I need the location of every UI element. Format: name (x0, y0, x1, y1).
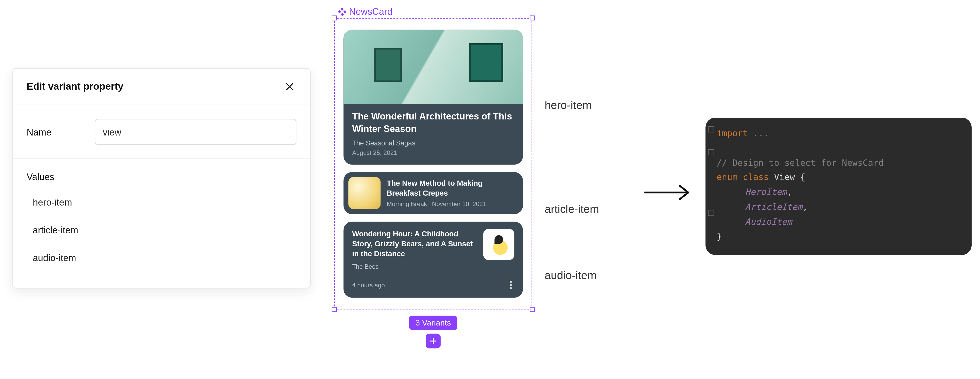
audio-title: Wondering Hour: A Childhood Story, Grizz… (352, 229, 477, 259)
article-title: The New Method to Making Breakfast Crepe… (387, 179, 518, 198)
name-label: Name (27, 127, 70, 137)
annotation-hero: hero-item (544, 99, 592, 112)
gutter (708, 126, 715, 247)
more-icon[interactable] (508, 278, 514, 291)
code-import-kw: import (717, 128, 748, 138)
values-label: Values (27, 171, 296, 182)
audio-thumbnail (484, 229, 514, 260)
annotation-audio: audio-item (544, 269, 597, 282)
article-date: November 10, 2021 (432, 201, 486, 208)
audio-timestamp: 4 hours ago (352, 282, 385, 288)
code-member: HeroItem (745, 187, 787, 197)
newscard-article-variant[interactable]: The New Method to Making Breakfast Crepe… (344, 172, 523, 214)
code-enum-kw: enum (717, 172, 738, 182)
newscard-audio-variant[interactable]: Wondering Hour: A Childhood Story, Grizz… (344, 221, 523, 298)
name-input[interactable] (95, 119, 296, 145)
code-enum-name: View (774, 172, 795, 182)
edit-variant-panel: Edit variant property Name Values hero-i… (13, 68, 311, 288)
value-item-audio[interactable]: audio-item (27, 244, 296, 272)
hero-image (344, 30, 523, 104)
selection-handle[interactable] (530, 307, 535, 312)
code-brace-close: } (717, 231, 722, 241)
code-class-kw: class (743, 172, 768, 182)
article-source: Morning Break (387, 201, 427, 208)
code-import-rest: ... (748, 128, 769, 138)
arrow-icon (644, 183, 692, 204)
component-frame[interactable]: The Wonderful Architectures of This Wint… (334, 18, 532, 309)
code-comment: // Design to select for NewsCard (717, 156, 960, 170)
value-item-article[interactable]: article-item (27, 216, 296, 244)
code-brace-open: { (795, 172, 805, 182)
code-member: ArticleItem (745, 202, 802, 212)
fold-icon[interactable] (708, 149, 714, 155)
annotation-article: article-item (544, 203, 599, 216)
generated-code: import ... // Design to select for NewsC… (705, 118, 972, 255)
selection-handle[interactable] (530, 16, 535, 21)
hero-title: The Wonderful Architectures of This Wint… (352, 110, 514, 134)
component-icon (338, 7, 347, 16)
newscard-hero-variant[interactable]: The Wonderful Architectures of This Wint… (344, 30, 523, 165)
variants-badge[interactable]: 3 Variants (409, 315, 457, 330)
component-name-label[interactable]: NewsCard (338, 6, 532, 17)
value-item-hero[interactable]: hero-item (27, 188, 296, 216)
selection-handle[interactable] (332, 16, 336, 21)
close-icon[interactable] (283, 80, 296, 93)
component-name: NewsCard (349, 6, 393, 17)
hero-date: August 25, 2021 (352, 149, 514, 156)
code-member: AudioItem (745, 217, 792, 226)
fold-icon[interactable] (708, 126, 714, 132)
fold-icon[interactable] (708, 210, 714, 216)
add-variant-button[interactable] (426, 333, 441, 348)
article-thumbnail (348, 177, 380, 209)
audio-subtitle: The Bees (352, 263, 477, 270)
hero-subtitle: The Seasonal Sagas (352, 139, 514, 147)
selection-handle[interactable] (332, 307, 336, 312)
panel-title: Edit variant property (27, 81, 123, 92)
